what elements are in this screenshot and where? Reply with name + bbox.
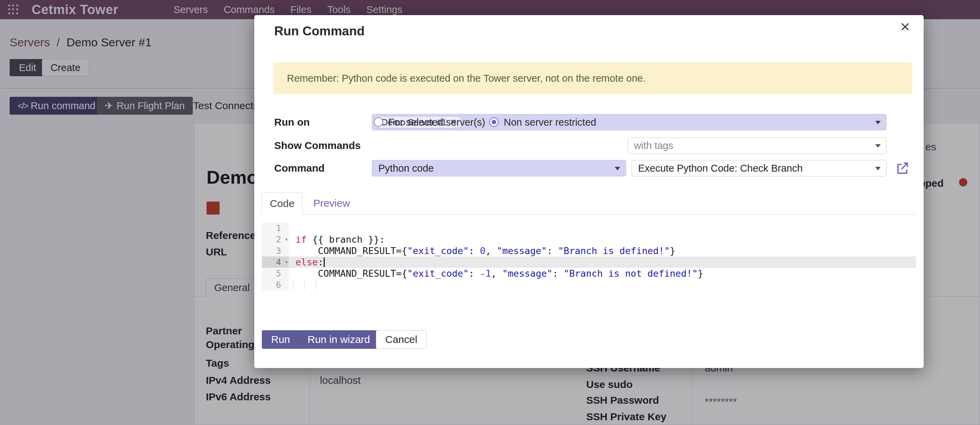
editor-line[interactable]: 2▾if {{ branch }}: — [262, 234, 916, 245]
text-cursor — [324, 257, 325, 267]
run-in-wizard-button[interactable]: Run in wizard — [298, 330, 379, 349]
indent-guide — [315, 280, 316, 289]
code-editor[interactable]: 12▾if {{ branch }}:3 COMMAND_RESULT={"ex… — [262, 222, 916, 291]
modal-close-button[interactable]: × — [900, 19, 910, 35]
command-select[interactable]: Execute Python Code: Check Branch — [632, 160, 886, 176]
command-value: Execute Python Code: Check Branch — [638, 163, 803, 174]
radio-non-server-restricted[interactable] — [489, 117, 499, 127]
run-command-modal: Run Command × Remember: Python code is e… — [254, 15, 924, 368]
line-number: 5 — [262, 268, 289, 279]
external-link-icon[interactable] — [895, 161, 910, 176]
indent-guide — [304, 280, 305, 289]
radio-non-server-restricted-label[interactable]: Non server restricted — [504, 114, 596, 130]
close-icon: × — [900, 17, 910, 36]
chevron-down-icon — [615, 167, 620, 170]
radio-for-selected-servers-label[interactable]: For selected server(s) — [388, 114, 485, 130]
chevron-down-icon — [875, 144, 881, 147]
radio-for-selected-servers[interactable] — [374, 117, 383, 127]
command-type-select[interactable]: Python code — [372, 160, 626, 176]
tab-preview[interactable]: Preview — [307, 192, 357, 214]
indent-guide — [293, 280, 293, 289]
line-number: 3 — [262, 245, 289, 257]
with-tags-placeholder: with tags — [634, 140, 673, 151]
cancel-button[interactable]: Cancel — [376, 330, 426, 349]
chevron-down-icon — [875, 121, 881, 124]
chevron-down-icon — [875, 167, 881, 170]
page: Cetmix Tower Servers Commands Files Tool… — [0, 0, 980, 425]
line-number: 6 — [262, 279, 289, 290]
modal-title: Run Command — [274, 24, 364, 38]
command-label: Command — [274, 160, 325, 176]
fold-arrow-icon[interactable]: ▾ — [285, 257, 288, 268]
run-button[interactable]: Run — [262, 330, 299, 349]
line-number: 2▾ — [262, 234, 289, 245]
tab-code[interactable]: Code — [262, 192, 302, 214]
with-tags-select[interactable]: with tags — [627, 137, 886, 154]
editor-line[interactable]: 3 COMMAND_RESULT={"exit_code": 0, "messa… — [262, 245, 916, 257]
run-on-label: Run on — [274, 114, 310, 130]
editor-line[interactable]: 5 COMMAND_RESULT={"exit_code": -1, "mess… — [262, 268, 916, 279]
line-number: 4▾ — [262, 257, 289, 268]
editor-line[interactable]: 4▾else: — [262, 257, 916, 268]
command-type-value: Python code — [378, 163, 434, 174]
editor-line[interactable]: 6 — [262, 279, 916, 290]
editor-line[interactable]: 1 — [262, 222, 916, 234]
python-warning-alert: Remember: Python code is executed on the… — [273, 62, 912, 94]
line-number: 1 — [262, 222, 289, 234]
show-commands-label: Show Commands — [274, 137, 361, 154]
fold-arrow-icon[interactable]: ▾ — [285, 234, 288, 245]
